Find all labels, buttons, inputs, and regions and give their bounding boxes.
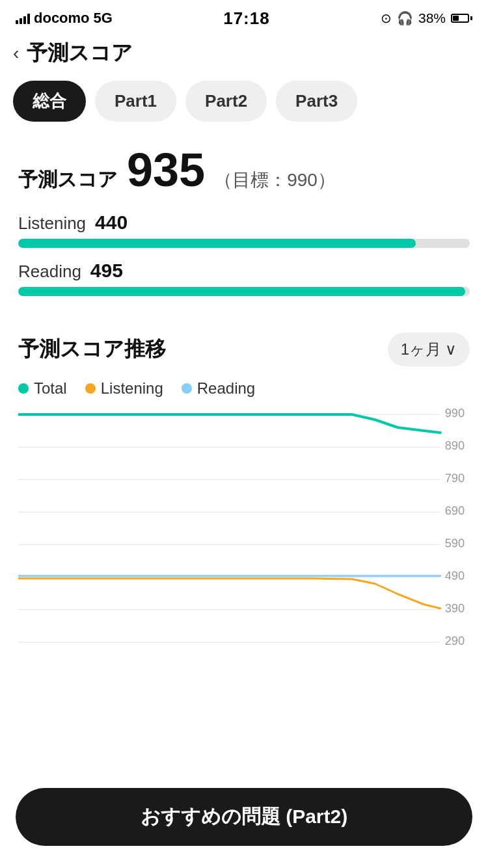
status-right: ⊙ 🎧 38% [381,10,472,26]
bottom-button-area: おすすめの問題 (Part2) [0,778,488,868]
score-value: 935 [127,146,205,193]
legend-total-label: Total [34,379,67,398]
score-label: 予測スコア [18,167,118,193]
legend-listening-label: Listening [101,379,163,398]
legend-total: Total [18,379,67,398]
listening-progress-group: Listening 440 [18,211,470,248]
signal-icon [16,12,30,24]
score-headline: 予測スコア 935 （目標：990） [18,146,470,193]
page-title: 予測スコア [27,39,133,68]
svg-text:790: 790 [445,472,465,485]
listening-fill [18,239,416,248]
svg-text:290: 290 [445,634,465,647]
chart-section: 予測スコア推移 1ヶ月 ∨ Total Listening Reading [0,314,488,688]
nav-bar: ‹ 予測スコア [0,33,488,74]
period-label: 1ヶ月 [401,339,441,360]
reading-progress-group: Reading 495 [18,260,470,296]
svg-text:690: 690 [445,504,465,517]
chart-svg: 990 890 790 690 590 490 390 290 [18,408,470,681]
chart-area: 990 890 790 690 590 490 390 290 [18,408,470,681]
status-left: docomo 5G [16,10,113,27]
reading-value: 495 [90,260,123,282]
back-button[interactable]: ‹ [13,43,19,64]
reading-track [18,287,470,296]
listening-value: 440 [95,211,128,234]
reading-fill [18,287,465,296]
chart-title: 予測スコア推移 [18,335,166,364]
reading-label: Reading [18,262,81,282]
svg-text:390: 390 [445,602,465,615]
svg-text:590: 590 [445,537,465,550]
recommend-button[interactable]: おすすめの問題 (Part2) [16,788,472,846]
score-target: （目標：990） [214,168,336,193]
tab-overall[interactable]: 総合 [13,81,86,122]
legend-reading: Reading [182,379,255,398]
battery-percent: 38% [418,10,446,26]
tabs-container: 総合 Part1 Part2 Part3 [0,74,488,128]
listening-label: Listening [18,213,86,234]
chart-legend: Total Listening Reading [18,379,470,398]
network-label: 5G [94,10,113,27]
chevron-down-icon: ∨ [445,340,457,359]
tab-part2[interactable]: Part2 [185,81,267,122]
listening-track [18,239,470,248]
tab-part3[interactable]: Part3 [276,81,357,122]
total-dot [18,383,29,394]
legend-reading-label: Reading [197,379,255,398]
legend-listening: Listening [85,379,163,398]
status-bar: docomo 5G 17:18 ⊙ 🎧 38% [0,0,488,33]
tab-part1[interactable]: Part1 [95,81,176,122]
svg-text:990: 990 [445,408,465,420]
score-section: 予測スコア 935 （目標：990） Listening 440 Reading… [0,128,488,314]
chart-header: 予測スコア推移 1ヶ月 ∨ [18,332,470,366]
listening-dot [85,383,96,394]
reading-dot [182,383,192,394]
svg-text:490: 490 [445,569,465,582]
headphones-icon: 🎧 [397,10,413,26]
status-time: 17:18 [223,8,270,29]
carrier-label: docomo [34,10,90,27]
lock-icon: ⊙ [381,10,392,26]
period-selector[interactable]: 1ヶ月 ∨ [388,332,470,366]
battery-icon [451,14,472,23]
svg-text:890: 890 [445,439,465,452]
